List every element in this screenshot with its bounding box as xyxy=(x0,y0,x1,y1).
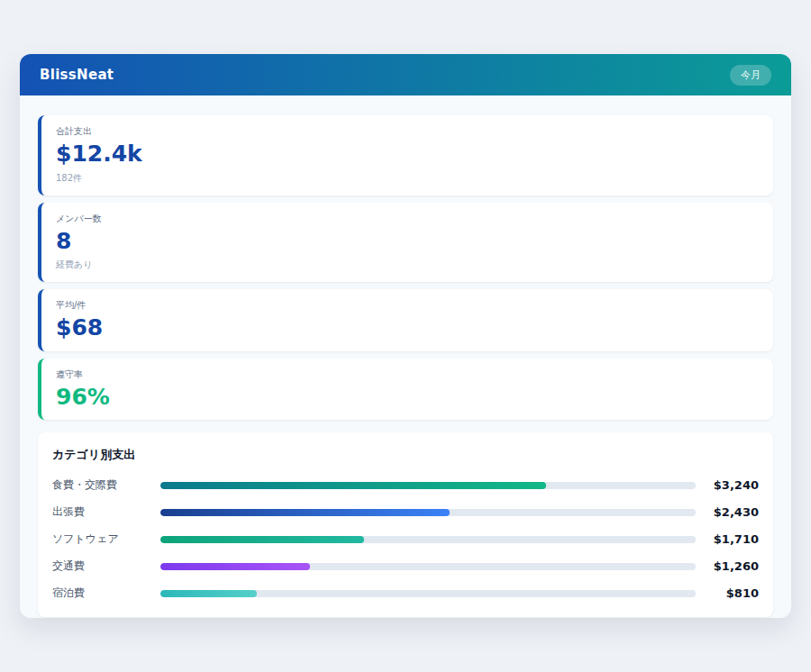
category-label: 交通費 xyxy=(52,558,160,574)
category-row: 食費・交際費 $3,240 xyxy=(52,477,759,493)
bar-fill xyxy=(160,590,257,597)
app-title: BlissNeat xyxy=(40,67,114,83)
category-amount: $810 xyxy=(696,586,759,600)
category-row: ソフトウェア $1,710 xyxy=(52,531,759,547)
category-breakdown-card: カテゴリ別支出 食費・交際費 $3,240 出張費 $2,430 ソフトウェア … xyxy=(38,432,773,617)
category-breakdown-title: カテゴリ別支出 xyxy=(52,447,759,463)
bar-fill xyxy=(160,563,310,570)
category-row: 出張費 $2,430 xyxy=(52,504,759,520)
bar-track xyxy=(160,590,696,597)
category-label: 食費・交際費 xyxy=(52,477,160,493)
stat-label: 合計支出 xyxy=(56,125,759,138)
stat-card: 平均/件 $68 xyxy=(38,289,773,351)
category-label: ソフトウェア xyxy=(52,531,160,547)
stat-value: $68 xyxy=(56,315,759,341)
app-header: BlissNeat 今月 xyxy=(20,54,791,95)
category-amount: $1,710 xyxy=(696,532,759,546)
stat-sub: 経費あり xyxy=(56,259,759,271)
dashboard-content: 合計支出 $12.4k 182件 メンバー数 8 経費あり 平均/件 $68 遵… xyxy=(20,95,791,617)
dashboard-panel: BlissNeat 今月 合計支出 $12.4k 182件 メンバー数 8 経費… xyxy=(20,54,791,618)
stat-card: 遵守率 96% xyxy=(38,359,773,421)
category-amount: $1,260 xyxy=(696,559,759,573)
category-row: 交通費 $1,260 xyxy=(52,558,759,574)
category-amount: $3,240 xyxy=(696,478,759,492)
stat-card: 合計支出 $12.4k 182件 xyxy=(38,115,773,195)
bar-track xyxy=(160,482,696,489)
bar-track xyxy=(160,509,696,516)
category-label: 出張費 xyxy=(52,504,160,520)
stat-label: メンバー数 xyxy=(56,213,759,225)
stat-sub: 182件 xyxy=(56,172,759,185)
bar-fill xyxy=(160,482,546,489)
stat-value: 96% xyxy=(56,385,759,410)
stat-label: 遵守率 xyxy=(56,368,759,381)
bar-track xyxy=(160,536,696,543)
period-badge[interactable]: 今月 xyxy=(730,65,771,86)
stat-card: メンバー数 8 経費あり xyxy=(38,203,773,283)
stat-value: $12.4k xyxy=(56,141,759,167)
category-amount: $2,430 xyxy=(696,505,759,519)
stat-label: 平均/件 xyxy=(56,299,759,312)
category-row: 宿泊費 $810 xyxy=(52,586,759,601)
category-label: 宿泊費 xyxy=(52,586,160,601)
bar-track xyxy=(160,563,696,570)
stat-value: 8 xyxy=(56,229,759,254)
bar-fill xyxy=(160,536,364,543)
bar-fill xyxy=(160,509,450,516)
